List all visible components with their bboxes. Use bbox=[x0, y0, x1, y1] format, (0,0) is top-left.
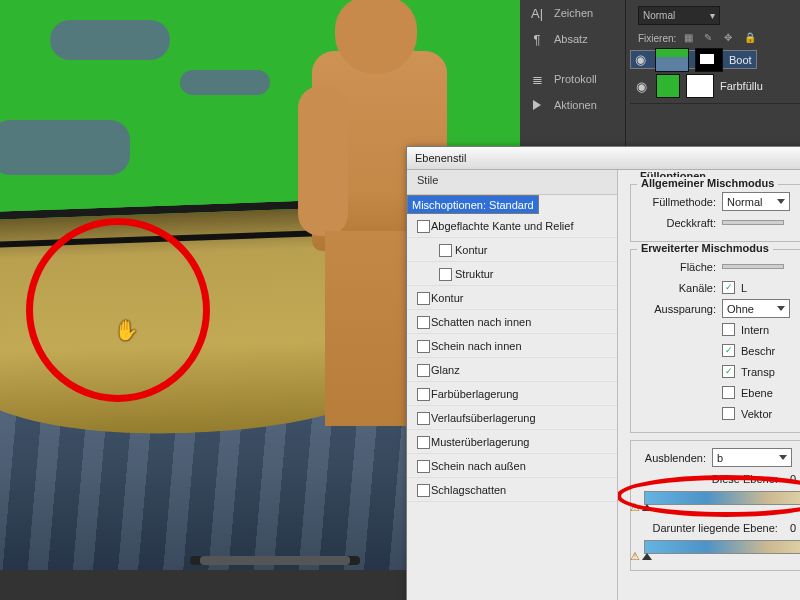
blend-mode-value: Normal bbox=[643, 10, 675, 21]
opacity-slider[interactable] bbox=[722, 220, 784, 225]
style-item[interactable]: Schatten nach innen bbox=[407, 310, 617, 334]
style-list-header: Stile bbox=[407, 170, 617, 195]
lock-transparency-icon[interactable]: ▦ bbox=[684, 32, 696, 44]
play-icon bbox=[530, 98, 544, 112]
panel-tab-absatz[interactable]: ¶ Absatz bbox=[520, 26, 625, 52]
under-layer-blend-slider[interactable] bbox=[644, 540, 800, 554]
style-item[interactable]: Kontur bbox=[407, 238, 617, 262]
paragraph-icon: ¶ bbox=[530, 32, 544, 46]
style-checkbox[interactable] bbox=[417, 412, 430, 425]
general-blend-heading: Allgemeiner Mischmodus bbox=[637, 177, 778, 189]
channel-l-checkbox[interactable] bbox=[722, 281, 735, 294]
style-label: Kontur bbox=[455, 244, 487, 256]
this-layer-blend-slider[interactable] bbox=[644, 491, 800, 505]
knockout-label: Aussparung: bbox=[638, 303, 716, 315]
style-checkbox[interactable] bbox=[439, 268, 452, 281]
blendif-channel-select[interactable]: b bbox=[712, 448, 792, 467]
style-label: Musterüberlagerung bbox=[431, 436, 529, 448]
layer-row-boot[interactable]: ◉ Boot bbox=[630, 50, 757, 69]
layer-blend-mode-select[interactable]: Normal▾ bbox=[638, 6, 720, 25]
layer-mask-thumbnail[interactable] bbox=[686, 74, 714, 98]
style-label: Struktur bbox=[455, 268, 494, 280]
layer-mask-thumbnail[interactable] bbox=[695, 48, 723, 72]
panel-label: Absatz bbox=[554, 33, 588, 45]
style-checkbox[interactable] bbox=[417, 460, 430, 473]
fill-opacity-label: Fläche: bbox=[638, 261, 716, 273]
cb-layer-mask-hides[interactable] bbox=[722, 386, 735, 399]
panel-label: Zeichen bbox=[554, 7, 593, 19]
slider-handle-black[interactable] bbox=[642, 504, 652, 511]
style-checkbox[interactable] bbox=[417, 484, 430, 497]
layer-lock-row: Fixieren: ▦ ✎ ✥ 🔒 bbox=[630, 26, 800, 50]
blend-method-label: Füllmethode: bbox=[638, 196, 716, 208]
visibility-toggle-icon[interactable]: ◉ bbox=[635, 52, 649, 67]
warning-icon: ⚠ bbox=[630, 550, 640, 563]
advanced-blend-heading: Erweiterter Mischmodus bbox=[637, 242, 773, 254]
under-layer-value: 0 bbox=[790, 522, 796, 534]
style-checkbox[interactable] bbox=[417, 388, 430, 401]
style-checkbox[interactable] bbox=[417, 340, 430, 353]
lock-move-icon[interactable]: ✥ bbox=[724, 32, 736, 44]
style-label: Abgeflachte Kante und Relief bbox=[431, 220, 574, 232]
style-item[interactable]: Musterüberlagerung bbox=[407, 430, 617, 454]
lock-label: Fixieren: bbox=[638, 33, 676, 44]
channels-label: Kanäle: bbox=[638, 282, 716, 294]
style-item[interactable]: Schein nach innen bbox=[407, 334, 617, 358]
fill-opacity-slider[interactable] bbox=[722, 264, 784, 269]
slider-handle-black[interactable] bbox=[642, 553, 652, 560]
style-checkbox[interactable] bbox=[417, 364, 430, 377]
style-label: Verlaufsüberlagerung bbox=[431, 412, 536, 424]
style-label: Schatten nach innen bbox=[431, 316, 531, 328]
panel-label: Protokoll bbox=[554, 73, 597, 85]
lock-all-icon[interactable]: 🔒 bbox=[744, 32, 756, 44]
style-checkbox[interactable] bbox=[417, 220, 430, 233]
type-icon: A| bbox=[530, 6, 544, 20]
style-item[interactable]: Mischoptionen: Standard bbox=[407, 195, 539, 214]
style-item[interactable]: Struktur bbox=[407, 262, 617, 286]
style-checkbox[interactable] bbox=[417, 292, 430, 305]
style-item[interactable]: Farbüberlagerung bbox=[407, 382, 617, 406]
horizontal-scrollbar-thumb[interactable] bbox=[200, 556, 350, 565]
panel-tab-protokoll[interactable]: ≣ Protokoll bbox=[520, 66, 625, 92]
style-item[interactable]: Schlagschatten bbox=[407, 478, 617, 502]
cb-interior-effects[interactable] bbox=[722, 323, 735, 336]
style-label: Schein nach außen bbox=[431, 460, 526, 472]
style-item[interactable]: Glanz bbox=[407, 358, 617, 382]
style-checkbox[interactable] bbox=[439, 244, 452, 257]
panel-tab-aktionen[interactable]: Aktionen bbox=[520, 92, 625, 118]
visibility-toggle-icon[interactable]: ◉ bbox=[636, 79, 650, 94]
this-layer-label: Diese Ebene: bbox=[638, 473, 784, 485]
cb-transparency-shapes[interactable] bbox=[722, 365, 735, 378]
style-list: Stile Mischoptionen: StandardAbgeflachte… bbox=[407, 170, 618, 600]
layer-name[interactable]: Farbfüllu bbox=[720, 80, 763, 92]
cb-vector-mask-hides[interactable] bbox=[722, 407, 735, 420]
style-label: Mischoptionen: Standard bbox=[412, 199, 534, 211]
dialog-title: Ebenenstil bbox=[415, 152, 466, 164]
style-checkbox[interactable] bbox=[417, 436, 430, 449]
style-item[interactable]: Kontur bbox=[407, 286, 617, 310]
panels-area: A| Zeichen ¶ Absatz ≣ Protokoll Aktionen… bbox=[520, 0, 800, 150]
channel-l-label: L bbox=[741, 282, 747, 294]
knockout-select[interactable]: Ohne bbox=[722, 299, 790, 318]
dialog-titlebar[interactable]: Ebenenstil bbox=[407, 147, 800, 170]
style-label: Farbüberlagerung bbox=[431, 388, 518, 400]
layer-thumbnail[interactable] bbox=[655, 48, 689, 72]
panel-tab-zeichen[interactable]: A| Zeichen bbox=[520, 0, 625, 26]
style-item[interactable]: Abgeflachte Kante und Relief bbox=[407, 214, 617, 238]
cb-clipped-layers[interactable] bbox=[722, 344, 735, 357]
style-checkbox[interactable] bbox=[417, 316, 430, 329]
style-item[interactable]: Schein nach außen bbox=[407, 454, 617, 478]
warning-icon: ⚠ bbox=[630, 501, 640, 514]
layer-style-dialog: Ebenenstil Stile Mischoptionen: Standard… bbox=[406, 146, 800, 600]
style-label: Glanz bbox=[431, 364, 460, 376]
blend-method-select[interactable]: Normal bbox=[722, 192, 790, 211]
layers-panel: Normal▾ Fixieren: ▦ ✎ ✥ 🔒 ◉ Boot ◉ Farbf… bbox=[630, 0, 800, 104]
lock-paint-icon[interactable]: ✎ bbox=[704, 32, 716, 44]
layer-name[interactable]: Boot bbox=[729, 54, 752, 66]
style-item[interactable]: Verlaufsüberlagerung bbox=[407, 406, 617, 430]
layer-row-fill[interactable]: ◉ Farbfüllu bbox=[630, 69, 800, 104]
style-label: Schein nach innen bbox=[431, 340, 522, 352]
style-label: Kontur bbox=[431, 292, 463, 304]
fill-layer-swatch[interactable] bbox=[656, 74, 680, 98]
blending-options-panel: Fülloptionen Allgemeiner Mischmodus Füll… bbox=[618, 170, 800, 600]
